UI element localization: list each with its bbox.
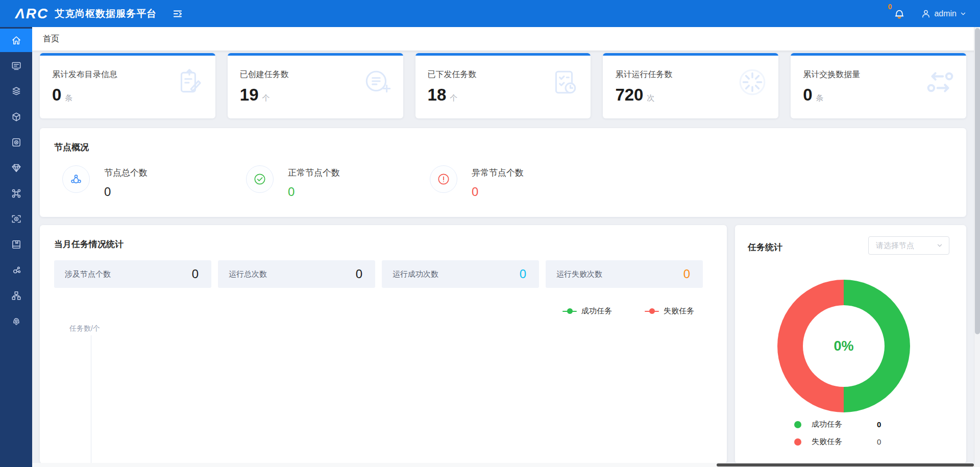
spinner-icon <box>738 67 767 97</box>
donut-chart-wrap: 0% <box>777 280 910 412</box>
sidebar-item-gem[interactable] <box>0 156 32 180</box>
legend-value: 0 <box>877 420 881 429</box>
donut-center-label: 0% <box>834 338 853 354</box>
user-icon <box>921 9 931 19</box>
list-add-icon <box>362 67 392 97</box>
donut-hole: 0% <box>803 305 885 387</box>
clipboard-check-icon <box>550 67 579 97</box>
select-chevron-down-icon <box>936 242 943 249</box>
command-icon <box>11 188 22 199</box>
node-select[interactable]: 请选择节点 <box>868 236 949 255</box>
bell-icon <box>893 7 905 20</box>
stat-cards-row: 累计发布目录信息 0条 已创建任务数 19个 已下发任务数 18个 累计运行任务… <box>40 53 966 118</box>
sidebar-item-layers[interactable] <box>0 80 32 103</box>
stat-card-created-tasks: 已创建任务数 19个 <box>228 53 403 118</box>
breadcrumb[interactable]: 首页 <box>43 34 59 44</box>
stat-box-label: 运行成功次数 <box>393 269 438 279</box>
horizontal-scrollbar-thumb[interactable] <box>717 463 974 466</box>
sidebar-item-molecule[interactable] <box>0 258 32 282</box>
vertical-scrollbar-thumb[interactable] <box>975 28 980 334</box>
node-value: 0 <box>104 185 148 199</box>
sidebar-item-target-scan[interactable] <box>0 207 32 231</box>
legend-label: 成功任务 <box>581 306 612 316</box>
legend-label: 失败任务 <box>812 437 877 447</box>
app-title: 艾克尚枢数据服务平台 <box>55 7 157 20</box>
stat-card-exchanged-data: 累计交换数据量 0条 <box>791 53 966 118</box>
stat-card-unit: 个 <box>450 93 457 102</box>
book-archive-icon <box>11 239 22 250</box>
cube-network-icon <box>11 111 22 122</box>
task-stats-title: 任务统计 <box>748 241 782 253</box>
monitor-list-icon <box>11 60 22 71</box>
stat-card-dispatched-tasks: 已下发任务数 18个 <box>415 53 591 118</box>
alert-bell-icon <box>11 315 22 327</box>
stat-box-label: 运行总次数 <box>229 269 267 279</box>
stat-card-catalog: 累计发布目录信息 0条 <box>40 53 215 118</box>
target-scan-icon <box>11 213 22 225</box>
node-cluster-icon <box>62 165 90 193</box>
stat-card-value: 19 <box>240 85 259 104</box>
exchange-arrows-icon <box>925 67 955 97</box>
node-texts: 正常节点个数 0 <box>288 165 340 199</box>
stat-card-unit: 个 <box>262 93 270 102</box>
sidebar-item-box-gear[interactable] <box>0 131 32 154</box>
sidebar-item-home[interactable] <box>0 29 32 52</box>
sidebar-collapse-icon[interactable] <box>172 8 183 19</box>
node-value: 0 <box>288 185 340 199</box>
stat-card-unit: 条 <box>65 93 72 102</box>
stat-card-value: 0 <box>52 85 61 104</box>
stat-box-value: 0 <box>356 267 362 281</box>
node-overview-items: 节点总个数 0 正常节点个数 0 异常节点个数 0 <box>54 165 952 199</box>
donut-legend: 成功任务 0 失败任务 0 <box>794 419 881 454</box>
notification-count-badge: 0 <box>888 3 892 11</box>
vertical-scrollbar <box>974 27 980 467</box>
legend-line-dot-marker <box>562 308 577 314</box>
layers-icon <box>11 86 22 97</box>
sidebar-item-sitemap[interactable] <box>0 284 32 307</box>
warning-circle-icon <box>430 165 457 193</box>
node-label: 节点总个数 <box>104 167 148 179</box>
legend-label: 失败任务 <box>664 306 694 316</box>
gem-icon <box>11 162 22 174</box>
stat-box-label: 运行失败次数 <box>556 269 602 279</box>
donut-chart[interactable]: 0% <box>777 280 910 412</box>
legend-dot-marker <box>794 438 801 446</box>
horizontal-scrollbar <box>32 463 974 467</box>
node-texts: 节点总个数 0 <box>104 165 148 199</box>
node-texts: 异常节点个数 0 <box>472 165 524 199</box>
donut-legend-success[interactable]: 成功任务 0 <box>794 419 881 430</box>
monthly-tasks-card: 当月任务情况统计 涉及节点个数 0 运行总次数 0 运行成功次数 0 运行失败次… <box>40 225 727 463</box>
stat-box-success-runs: 运行成功次数 0 <box>382 260 539 288</box>
node-label: 异常节点个数 <box>472 167 524 179</box>
legend-failed-tasks[interactable]: 失败任务 <box>645 306 694 316</box>
node-total-item: 节点总个数 0 <box>62 165 246 199</box>
arc-logo: ΛRC <box>15 7 48 21</box>
user-menu[interactable]: admin <box>921 9 967 19</box>
line-chart-legend: 成功任务 失败任务 <box>54 306 713 316</box>
legend-line-dot-marker <box>645 308 659 314</box>
check-circle-icon <box>246 165 274 193</box>
donut-legend-failed[interactable]: 失败任务 0 <box>794 436 881 447</box>
stat-box-value: 0 <box>192 267 199 281</box>
notification-bell-button[interactable]: 0 <box>893 7 905 20</box>
chart-y-axis <box>91 335 91 463</box>
node-abnormal-item: 异常节点个数 0 <box>430 165 614 199</box>
sidebar-item-book-archive[interactable] <box>0 233 32 256</box>
breadcrumb-bar: 首页 <box>32 27 980 51</box>
monthly-tasks-title: 当月任务情况统计 <box>54 238 713 250</box>
stat-box-label: 涉及节点个数 <box>65 269 111 279</box>
username: admin <box>934 9 957 18</box>
sidebar-item-alert-bell[interactable] <box>0 309 32 333</box>
legend-success-tasks[interactable]: 成功任务 <box>562 306 612 316</box>
sidebar-item-cube-network[interactable] <box>0 105 32 129</box>
legend-dot-marker <box>794 421 801 428</box>
app-header: ΛRC 艾克尚枢数据服务平台 0 admin <box>0 0 980 27</box>
stat-card-value: 18 <box>428 85 447 104</box>
task-stats-card: 任务统计 请选择节点 0% 成功任务 0 失败任务 0 <box>735 225 966 463</box>
sidebar-item-monitor-list[interactable] <box>0 54 32 78</box>
molecule-icon <box>11 264 22 276</box>
sidebar-item-command[interactable] <box>0 182 32 205</box>
chevron-down-icon <box>960 10 967 17</box>
y-axis-label: 任务数/个 <box>69 324 100 333</box>
stat-box-total-runs: 运行总次数 0 <box>218 260 375 288</box>
